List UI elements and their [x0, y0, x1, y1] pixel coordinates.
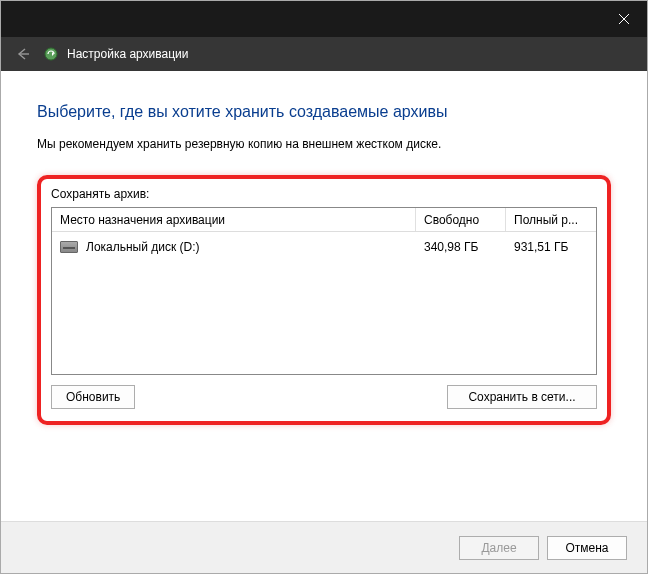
page-title: Выберите, где вы хотите хранить создавае…: [37, 103, 611, 121]
row-name: Локальный диск (D:): [86, 240, 200, 254]
titlebar: [1, 1, 647, 37]
row-size: 931,51 ГБ: [506, 236, 596, 258]
page-subtitle: Мы рекомендуем хранить резервную копию н…: [37, 137, 611, 151]
close-button[interactable]: [601, 1, 647, 37]
listview-row[interactable]: Локальный диск (D:) 340,98 ГБ 931,51 ГБ: [52, 232, 596, 262]
arrow-left-icon: [14, 45, 32, 63]
column-destination[interactable]: Место назначения архивации: [52, 208, 416, 231]
svg-point-3: [45, 48, 57, 60]
back-button[interactable]: [11, 42, 35, 66]
next-button[interactable]: Далее: [459, 536, 539, 560]
wizard-title: Настройка архивации: [67, 47, 189, 61]
highlight-box: Сохранять архив: Место назначения архива…: [37, 175, 611, 425]
column-size[interactable]: Полный р...: [506, 208, 596, 231]
save-network-button[interactable]: Сохранить в сети...: [447, 385, 597, 409]
dialog-window: Настройка архивации Выберите, где вы хот…: [0, 0, 648, 574]
cancel-button[interactable]: Отмена: [547, 536, 627, 560]
refresh-button[interactable]: Обновить: [51, 385, 135, 409]
list-button-row: Обновить Сохранить в сети...: [51, 385, 597, 409]
listview-header: Место назначения архивации Свободно Полн…: [52, 208, 596, 232]
wizard-header: Настройка архивации: [1, 37, 647, 71]
row-destination: Локальный диск (D:): [52, 236, 416, 258]
close-icon: [618, 13, 630, 25]
backup-icon: [43, 46, 59, 62]
wizard-footer: Далее Отмена: [1, 521, 647, 573]
destination-listview[interactable]: Место назначения архивации Свободно Полн…: [51, 207, 597, 375]
row-free: 340,98 ГБ: [416, 236, 506, 258]
drive-icon: [60, 241, 78, 253]
content-area: Выберите, где вы хотите хранить создавае…: [1, 71, 647, 521]
column-free[interactable]: Свободно: [416, 208, 506, 231]
section-label: Сохранять архив:: [51, 187, 597, 201]
